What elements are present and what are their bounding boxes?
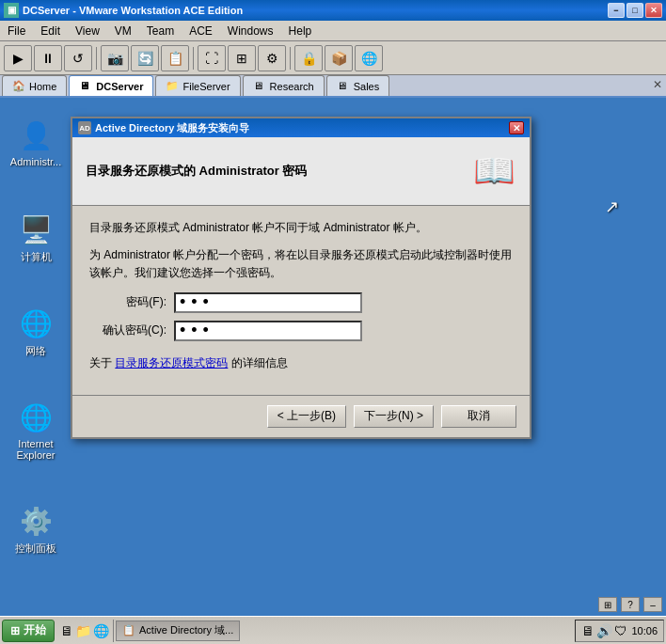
- link-prefix: 关于: [89, 356, 112, 369]
- dialog-header-title: 目录服务还原模式的 Administrator 密码: [86, 163, 307, 180]
- settings-button[interactable]: ⚙: [258, 45, 286, 71]
- password-row: 密码(F):: [89, 292, 513, 313]
- tabs-bar: 🏠 Home 🖥 DCServer 📁 FileServer 🖥 Researc…: [0, 75, 666, 98]
- menu-ace[interactable]: ACE: [182, 23, 220, 39]
- dialog-link-line: 关于 目录服务还原模式密码 的详细信息: [89, 354, 513, 372]
- window-controls: − □ ✕: [608, 3, 662, 18]
- window-title: DCServer - VMware Workstation ACE Editio…: [23, 5, 608, 16]
- dialog-text-line2: 为 Administrator 帐户分配一个密码，将在以目录服务还原模式启动此域…: [89, 246, 513, 282]
- toolbar-separator-1: [96, 47, 97, 70]
- taskbar-item-activedir[interactable]: 📋 Active Directory 域...: [116, 620, 240, 641]
- tab-dcserver-label: DCServer: [96, 81, 143, 92]
- snapshot3-button[interactable]: 📋: [161, 45, 189, 71]
- book-icon: 📖: [471, 147, 516, 196]
- confirm-password-label: 确认密码(C):: [89, 322, 174, 339]
- menu-view[interactable]: View: [68, 23, 107, 39]
- tab-sales[interactable]: 🖥 Sales: [326, 75, 390, 96]
- password-input[interactable]: [174, 292, 362, 313]
- tab-close-icon[interactable]: ✕: [653, 78, 662, 91]
- tray-sound-icon[interactable]: 🔊: [596, 623, 612, 638]
- menu-file[interactable]: File: [0, 23, 33, 39]
- maximize-button[interactable]: □: [626, 3, 643, 18]
- dialog-title-text: Active Directory 域服务安装向导: [95, 121, 509, 135]
- tab-fileserver-label: FileServer: [182, 81, 230, 92]
- quick-launch: 🖥 📁 🌐: [56, 620, 114, 642]
- dialog-close-button[interactable]: ✕: [509, 121, 524, 134]
- password-label: 密码(F):: [89, 293, 174, 311]
- menu-team[interactable]: Team: [139, 23, 182, 39]
- dialog-title-icon: AD: [78, 121, 91, 134]
- dialog-body: 目录服务还原模式 Administrator 帐户不同于域 Administra…: [72, 206, 530, 395]
- menu-bar: File Edit View VM Team ACE Windows Help: [0, 21, 666, 41]
- toolbar: ▶ ⏸ ↺ 📷 🔄 📋 ⛶ ⊞ ⚙ 🔒 📦 🌐: [0, 41, 666, 75]
- ace-button[interactable]: 🔒: [294, 45, 323, 71]
- desktop-tray-area: ⊞ ? –: [598, 597, 662, 612]
- tab-research-label: Research: [270, 81, 314, 92]
- taskbar: ⊞ 开始 🖥 📁 🌐 📋 Active Directory 域... 🖥 🔊 🛡…: [0, 616, 666, 644]
- app-icon: ▣: [4, 3, 19, 18]
- link-suffix: 的详细信息: [231, 356, 288, 369]
- cancel-button[interactable]: 取消: [441, 405, 516, 428]
- power-button[interactable]: ▶: [4, 45, 32, 71]
- taskbar-items: 📋 Active Directory 域...: [116, 620, 573, 642]
- dialog-title-bar: AD Active Directory 域服务安装向导 ✕: [72, 118, 530, 137]
- desktop-icon-small-3[interactable]: –: [643, 597, 662, 612]
- dialog-overlay: AD Active Directory 域服务安装向导 ✕ 目录服务还原模式的 …: [0, 98, 666, 616]
- confirm-password-input[interactable]: [174, 321, 362, 341]
- start-button[interactable]: ⊞ 开始: [2, 620, 55, 642]
- home-tab-icon: 🏠: [12, 80, 25, 93]
- tray-icons: 🖥 🔊 🛡: [581, 623, 627, 638]
- tab-dcserver[interactable]: 🖥 DCServer: [69, 75, 153, 96]
- quicklaunch-folder-icon[interactable]: 📁: [75, 623, 91, 638]
- taskbar-clock: 10:06: [631, 625, 658, 636]
- close-button[interactable]: ✕: [645, 3, 662, 18]
- tab-sales-label: Sales: [354, 81, 380, 92]
- tray-network-icon[interactable]: 🖥: [581, 623, 595, 638]
- dialog-footer: < 上一步(B) 下一步(N) > 取消: [72, 395, 530, 437]
- toolbar-separator-2: [193, 47, 194, 70]
- pause-button[interactable]: ⏸: [34, 45, 62, 71]
- tab-research[interactable]: 🖥 Research: [243, 75, 325, 96]
- deploy-button[interactable]: 📦: [325, 45, 353, 71]
- snapshot-button[interactable]: 📷: [101, 45, 129, 71]
- sys-tray: 🖥 🔊 🛡 10:06: [575, 620, 664, 642]
- refresh-button[interactable]: ↺: [64, 45, 92, 71]
- menu-help[interactable]: Help: [281, 23, 320, 39]
- start-label: 开始: [24, 622, 46, 638]
- menu-vm[interactable]: VM: [107, 23, 139, 39]
- dialog-text-line1: 目录服务还原模式 Administrator 帐户不同于域 Administra…: [89, 219, 513, 237]
- taskbar-item-icon: 📋: [122, 624, 135, 636]
- desktop-icon-small-1[interactable]: ⊞: [598, 597, 617, 612]
- dialog-header: 目录服务还原模式的 Administrator 密码 📖: [72, 137, 530, 206]
- quicklaunch-desktop-icon[interactable]: 🖥: [60, 623, 73, 638]
- tab-home-label: Home: [29, 81, 56, 92]
- fileserver-tab-icon: 📁: [166, 80, 179, 93]
- cursor: ↗: [605, 196, 619, 217]
- fullscreen-button[interactable]: ⛶: [198, 45, 226, 71]
- quicklaunch-ie-icon[interactable]: 🌐: [93, 623, 109, 638]
- toolbar-separator-3: [290, 47, 291, 70]
- back-button[interactable]: < 上一步(B): [267, 405, 346, 428]
- desktop-icon-small-2[interactable]: ?: [621, 597, 640, 612]
- title-bar: ▣ DCServer - VMware Workstation ACE Edit…: [0, 0, 666, 21]
- menu-edit[interactable]: Edit: [33, 23, 68, 39]
- start-icon: ⊞: [10, 624, 20, 637]
- menu-windows[interactable]: Windows: [220, 23, 281, 39]
- tab-home[interactable]: 🏠 Home: [2, 75, 67, 96]
- active-directory-dialog: AD Active Directory 域服务安装向导 ✕ 目录服务还原模式的 …: [71, 117, 531, 439]
- desktop: 👤 Administr... 🖥️ 计算机 🌐 网络 🌐 Internet Ex…: [0, 98, 666, 616]
- minimize-button[interactable]: −: [608, 3, 625, 18]
- tab-fileserver[interactable]: 📁 FileServer: [155, 75, 240, 96]
- taskbar-item-label: Active Directory 域...: [139, 623, 233, 637]
- snapshot2-button[interactable]: 🔄: [131, 45, 159, 71]
- sales-tab-icon: 🖥: [337, 80, 350, 93]
- dcserver-tab-icon: 🖥: [79, 80, 92, 93]
- tray-security-icon[interactable]: 🛡: [614, 623, 627, 638]
- confirm-password-row: 确认密码(C):: [89, 321, 513, 341]
- unity-button[interactable]: ⊞: [228, 45, 256, 71]
- research-tab-icon: 🖥: [253, 80, 266, 93]
- network-button[interactable]: 🌐: [355, 45, 383, 71]
- next-button[interactable]: 下一步(N) >: [354, 405, 434, 428]
- directory-restore-link[interactable]: 目录服务还原模式密码: [115, 356, 228, 369]
